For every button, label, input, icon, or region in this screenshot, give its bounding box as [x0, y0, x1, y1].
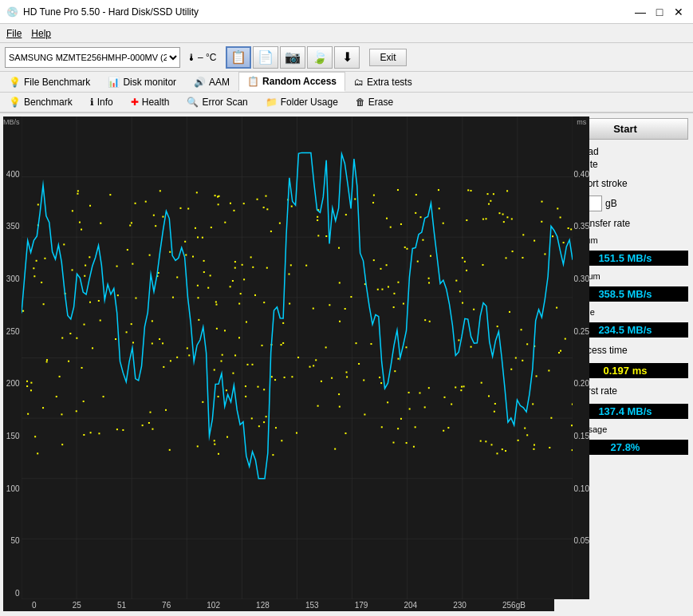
info-icon: ℹ: [90, 97, 94, 108]
tab-error-scan[interactable]: 🔍 Error Scan: [178, 93, 256, 112]
folder-usage-icon: 📁: [266, 97, 278, 108]
minimize-button[interactable]: —: [632, 4, 648, 20]
x-axis-labels: 0 25 51 76 102 128 153 179 204 230 256gB: [3, 599, 554, 611]
drive-select[interactable]: SAMSUNG MZMTE256HMHP-000MV (25: [5, 47, 180, 68]
health-icon: ✚: [131, 97, 139, 108]
app-title: HD Tune Pro 5.50 - Hard Disk/SSD Utility: [23, 6, 199, 18]
benchmark-icon: 💡: [9, 97, 21, 108]
title-controls: — □ ✕: [632, 4, 687, 20]
tab-aam[interactable]: 🔊 AAM: [185, 72, 238, 92]
file-benchmark-icon: 💡: [9, 77, 21, 88]
gb-label: gB: [605, 198, 617, 209]
tab-folder-usage[interactable]: 📁 Folder Usage: [257, 93, 347, 112]
leaf-icon-btn[interactable]: 🍃: [307, 46, 333, 69]
tab-extra-tests[interactable]: 🗂 Extra tests: [345, 72, 421, 92]
titlebar: 💿 HD Tune Pro 5.50 - Hard Disk/SSD Utili…: [0, 0, 693, 24]
download-icon-btn[interactable]: ⬇: [334, 46, 360, 69]
aam-icon: 🔊: [194, 77, 206, 88]
menubar: File Help: [0, 24, 693, 43]
tab-disk-monitor[interactable]: 📊 Disk monitor: [99, 72, 185, 92]
toolbar-icons: 📋 📄 📷 🍃 ⬇: [226, 46, 360, 69]
extra-tests-icon: 🗂: [354, 77, 364, 88]
thermometer-icon: 🌡: [187, 52, 196, 63]
tab-erase[interactable]: 🗑 Erase: [347, 93, 402, 112]
camera-icon-btn[interactable]: 📷: [280, 46, 305, 69]
error-scan-icon: 🔍: [187, 97, 199, 108]
title-left: 💿 HD Tune Pro 5.50 - Hard Disk/SSD Utili…: [6, 6, 199, 18]
y-axis-right: ms 0.40 0.35 0.30 0.25 0.20 0.15 0.10 0.…: [573, 116, 589, 599]
toolbar: SAMSUNG MZMTE256HMHP-000MV (25 🌡 – °C 📋 …: [0, 43, 693, 72]
benchmark-chart: [22, 116, 573, 599]
menu-help[interactable]: Help: [31, 28, 51, 39]
tab-health[interactable]: ✚ Health: [122, 93, 179, 112]
chart-container: MB/s 400 350 300 250 200 150 100 50 0 ms…: [0, 113, 557, 614]
tab-benchmark[interactable]: 💡 Benchmark: [0, 93, 81, 112]
temp-display: 🌡 – °C: [187, 52, 216, 63]
menu-file[interactable]: File: [6, 28, 22, 39]
app-icon: 💿: [6, 6, 18, 18]
close-button[interactable]: ✕: [671, 4, 687, 20]
main-area: MB/s 400 350 300 250 200 150 100 50 0 ms…: [0, 113, 693, 614]
tab-info[interactable]: ℹ Info: [81, 93, 122, 112]
temp-value: – °C: [198, 52, 216, 63]
benchmark-icon-btn[interactable]: 📋: [226, 46, 251, 69]
disk-monitor-icon: 📊: [108, 77, 120, 88]
chart-with-axes: MB/s 400 350 300 250 200 150 100 50 0 ms…: [3, 116, 554, 599]
navtabs-row1: 💡 File Benchmark 📊 Disk monitor 🔊 AAM 📋 …: [0, 72, 693, 93]
exit-button[interactable]: Exit: [369, 49, 406, 66]
copy-icon-btn[interactable]: 📄: [253, 46, 278, 69]
tab-random-access[interactable]: 📋 Random Access: [238, 72, 345, 92]
maximize-button[interactable]: □: [652, 4, 667, 20]
tab-file-benchmark[interactable]: 💡 File Benchmark: [0, 72, 99, 92]
y-axis-left: MB/s 400 350 300 250 200 150 100 50 0: [3, 116, 22, 599]
random-access-icon: 📋: [247, 76, 259, 87]
erase-icon: 🗑: [356, 97, 365, 108]
navtabs-row2: 💡 Benchmark ℹ Info ✚ Health 🔍 Error Scan…: [0, 93, 693, 113]
